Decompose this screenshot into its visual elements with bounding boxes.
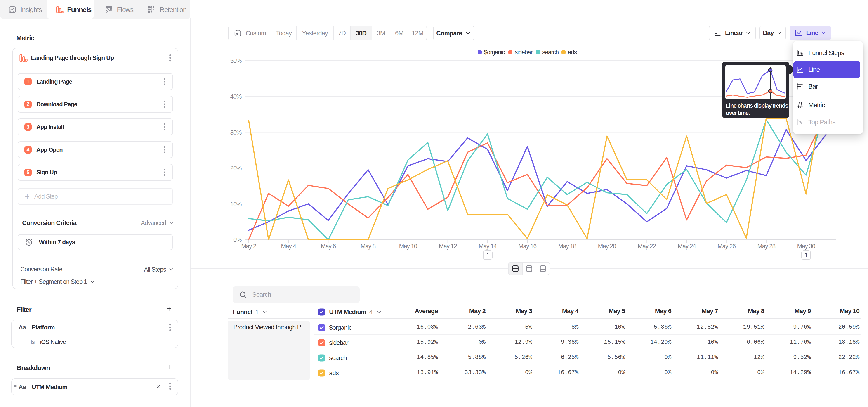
svg-text:May 18: May 18 <box>558 243 576 250</box>
svg-text:May 6: May 6 <box>321 243 336 250</box>
svg-text:May 2: May 2 <box>241 243 256 250</box>
svg-text:1: 1 <box>486 252 489 259</box>
svg-text:May 20: May 20 <box>598 243 616 250</box>
svg-text:1: 1 <box>804 252 808 259</box>
svg-text:40%: 40% <box>230 93 242 100</box>
svg-text:sidebar: sidebar <box>515 49 533 56</box>
svg-text:May 14: May 14 <box>478 243 497 250</box>
svg-text:20%: 20% <box>230 165 242 171</box>
svg-text:$organic: $organic <box>484 49 505 56</box>
svg-text:0%: 0% <box>233 237 242 243</box>
svg-text:ads: ads <box>568 49 577 56</box>
svg-text:May 12: May 12 <box>439 243 457 250</box>
svg-text:May 10: May 10 <box>399 243 417 250</box>
svg-text:May 8: May 8 <box>361 243 376 250</box>
svg-text:May 22: May 22 <box>638 243 656 250</box>
svg-text:May 4: May 4 <box>281 243 296 250</box>
svg-text:May 26: May 26 <box>717 243 736 250</box>
svg-text:May 16: May 16 <box>518 243 536 250</box>
svg-text:May 28: May 28 <box>757 243 775 250</box>
svg-text:May 24: May 24 <box>678 243 696 250</box>
svg-text:30%: 30% <box>230 129 242 136</box>
svg-text:10%: 10% <box>230 201 242 208</box>
svg-text:May 30: May 30 <box>797 243 815 250</box>
svg-text:50%: 50% <box>230 57 242 64</box>
svg-text:search: search <box>542 49 559 56</box>
